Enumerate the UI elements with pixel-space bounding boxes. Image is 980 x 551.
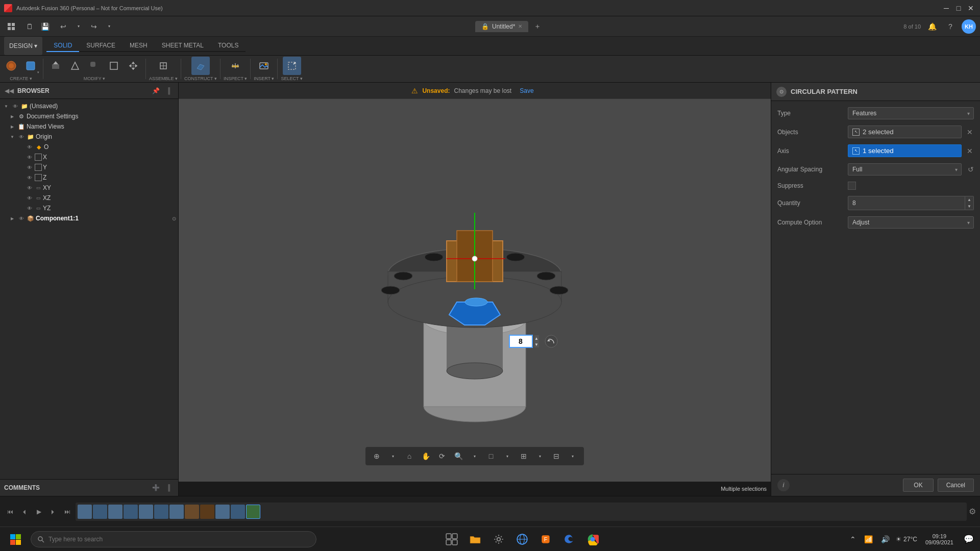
yz-eye-icon[interactable]: 👁 bbox=[26, 204, 34, 212]
tab-solid[interactable]: SOLID bbox=[46, 40, 79, 52]
taskbar-file-explorer-icon[interactable] bbox=[464, 528, 486, 550]
component-eye-icon[interactable]: 👁 bbox=[17, 214, 26, 222]
tab-close-button[interactable]: ✕ bbox=[518, 23, 522, 29]
design-menu-button[interactable]: DESIGN ▾ bbox=[4, 37, 42, 55]
modify-move[interactable] bbox=[124, 57, 142, 75]
create-icon-1[interactable] bbox=[2, 57, 20, 75]
redo-dropdown[interactable]: ▾ bbox=[102, 19, 116, 34]
save-button[interactable]: 💾 bbox=[38, 19, 52, 34]
xy-eye-icon[interactable]: 👁 bbox=[26, 184, 34, 192]
tree-item-x[interactable]: ─ 👁 X bbox=[0, 152, 178, 162]
objects-selection-button[interactable]: ↖ 2 selected bbox=[848, 126, 962, 138]
construct-plane[interactable] bbox=[191, 57, 210, 75]
root-expand-icon[interactable]: ▼ bbox=[2, 102, 10, 110]
doc-settings-expand-icon[interactable]: ▶ bbox=[8, 112, 16, 120]
search-input[interactable] bbox=[48, 536, 310, 543]
timeline-start-button[interactable]: ⏮ bbox=[4, 506, 16, 518]
vp-zoom-dropdown[interactable]: ▾ bbox=[468, 449, 482, 463]
tree-item-o[interactable]: ─ 👁 ◆ O bbox=[0, 142, 178, 152]
vp-display-dropdown[interactable]: ▾ bbox=[500, 449, 514, 463]
browser-collapse-button[interactable]: ◀◀ bbox=[4, 86, 14, 96]
timeline-item-5[interactable] bbox=[139, 505, 153, 519]
insert-image[interactable] bbox=[255, 57, 273, 75]
named-views-expand-icon[interactable]: ▶ bbox=[8, 122, 16, 131]
timeline-forward-button[interactable]: ⏵ bbox=[47, 506, 59, 518]
notification-button[interactable]: 💬 bbox=[962, 532, 976, 546]
angular-spacing-select[interactable]: Full Symmetric Custom bbox=[848, 163, 962, 176]
timeline-play-button[interactable]: ▶ bbox=[33, 506, 45, 518]
new-tab-button[interactable]: ＋ bbox=[530, 19, 545, 34]
tree-item-xz[interactable]: ─ 👁 ▭ XZ bbox=[0, 193, 178, 203]
assemble-new-component[interactable] bbox=[154, 57, 173, 75]
timeline-item-1[interactable] bbox=[78, 505, 92, 519]
tab-tools[interactable]: TOOLS bbox=[211, 40, 246, 52]
modify-chamfer[interactable] bbox=[105, 57, 123, 75]
tree-item-origin[interactable]: ▼ 👁 📁 Origin bbox=[0, 132, 178, 142]
tree-item-named-views[interactable]: ▶ 📋 Named Views bbox=[0, 121, 178, 132]
close-button[interactable]: ✕ bbox=[966, 3, 976, 13]
tree-item-component[interactable]: ▶ 👁 📦 Component1:1 ⊙ bbox=[0, 213, 178, 223]
component-pin-icon[interactable]: ⊙ bbox=[172, 216, 176, 221]
root-eye-icon[interactable]: 👁 bbox=[11, 102, 19, 110]
timeline-item-4[interactable] bbox=[124, 505, 138, 519]
browser-pin-button[interactable]: 📌 bbox=[151, 86, 161, 96]
taskbar-browser-icon[interactable] bbox=[511, 528, 533, 550]
vp-pan-button[interactable]: ✋ bbox=[419, 449, 433, 463]
vp-origin-button[interactable]: ⊕ bbox=[370, 449, 384, 463]
timeline-end-button[interactable]: ⏭ bbox=[61, 506, 74, 518]
o-eye-icon[interactable]: 👁 bbox=[26, 143, 34, 151]
z-eye-icon[interactable]: 👁 bbox=[26, 173, 34, 182]
vp-display-mode-button[interactable]: □ bbox=[484, 449, 498, 463]
objects-clear-button[interactable]: ✕ bbox=[966, 127, 974, 137]
quantity-input[interactable] bbox=[848, 196, 965, 210]
y-eye-icon[interactable]: 👁 bbox=[26, 163, 34, 171]
browser-expand-button[interactable]: ║ bbox=[164, 86, 174, 96]
vp-effects-button[interactable]: ⊟ bbox=[549, 449, 564, 463]
timeline-item-11[interactable] bbox=[231, 505, 245, 519]
taskbar-edge-icon[interactable] bbox=[558, 528, 580, 550]
taskbar-search[interactable] bbox=[31, 531, 316, 547]
minimize-button[interactable]: ─ bbox=[941, 3, 951, 13]
comments-header[interactable]: COMMENTS ➕ ║ bbox=[0, 480, 178, 496]
modify-shell[interactable] bbox=[66, 57, 84, 75]
notifications-button[interactable]: 🔔 bbox=[925, 19, 939, 34]
comments-add-button[interactable]: ➕ bbox=[151, 483, 161, 493]
undo-dropdown[interactable]: ▾ bbox=[71, 19, 86, 34]
modify-push-pull[interactable] bbox=[46, 57, 65, 75]
tree-item-z[interactable]: ─ 👁 Z bbox=[0, 172, 178, 183]
tab-sheet-metal[interactable]: SHEET METAL bbox=[155, 40, 211, 52]
tab-surface[interactable]: SURFACE bbox=[79, 40, 122, 52]
tree-item-doc-settings[interactable]: ▶ ⚙ Document Settings bbox=[0, 111, 178, 121]
axis-clear-button[interactable]: ✕ bbox=[966, 146, 974, 156]
timeline-item-10[interactable] bbox=[215, 505, 230, 519]
origin-eye-icon[interactable]: 👁 bbox=[17, 133, 26, 141]
axis-selection-button[interactable]: ↖ 1 selected bbox=[848, 144, 962, 157]
quantity-decrement-button[interactable]: ▼ bbox=[965, 203, 973, 210]
comments-expand-button[interactable]: ║ bbox=[164, 483, 174, 493]
tray-network-icon[interactable]: 📶 bbox=[862, 533, 875, 545]
taskbar-chrome-icon[interactable] bbox=[581, 528, 604, 550]
taskbar-orange-icon[interactable]: F bbox=[534, 528, 557, 550]
ok-button[interactable]: OK bbox=[903, 479, 933, 492]
compute-option-select[interactable]: Adjust Identical Optimize bbox=[848, 216, 974, 229]
inspect-measure[interactable] bbox=[226, 57, 244, 75]
suppress-checkbox[interactable] bbox=[848, 182, 856, 190]
type-select[interactable]: Features Faces Bodies Components bbox=[848, 107, 974, 119]
timeline-item-2[interactable] bbox=[93, 505, 107, 519]
timeline-settings-button[interactable]: ⚙ bbox=[969, 507, 976, 516]
timeline-back-button[interactable]: ⏴ bbox=[18, 506, 31, 518]
vp-home-button[interactable]: ⌂ bbox=[402, 449, 416, 463]
vp-effects-dropdown[interactable]: ▾ bbox=[566, 449, 580, 463]
redo-button[interactable]: ↪ bbox=[87, 19, 101, 34]
timeline-item-7[interactable] bbox=[169, 505, 184, 519]
tab-mesh[interactable]: MESH bbox=[122, 40, 155, 52]
file-menu-button[interactable]: 🗒 bbox=[22, 19, 37, 34]
timeline-item-12[interactable] bbox=[246, 505, 260, 519]
tree-item-yz[interactable]: ─ 👁 ▭ YZ bbox=[0, 203, 178, 213]
user-avatar[interactable]: KH bbox=[962, 19, 976, 34]
select-window[interactable] bbox=[283, 57, 301, 75]
tree-item-y[interactable]: ─ 👁 Y bbox=[0, 162, 178, 172]
info-button[interactable]: i bbox=[777, 479, 790, 491]
start-button[interactable] bbox=[4, 528, 27, 550]
save-link-button[interactable]: Save bbox=[516, 86, 537, 95]
